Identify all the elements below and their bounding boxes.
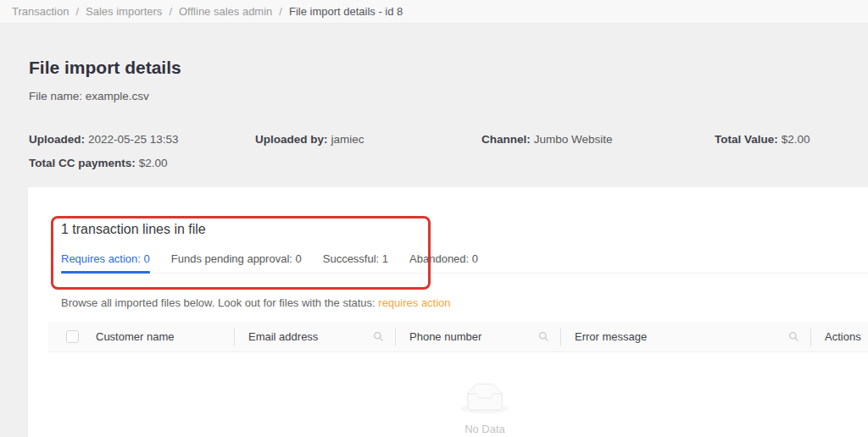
tab-successful[interactable]: Successful: 1: [323, 252, 388, 273]
meta-uploaded-by-label: Uploaded by:: [255, 133, 328, 146]
breadcrumb: Transaction / Sales importers / Offline …: [0, 0, 868, 24]
page-title: File import details: [29, 58, 868, 78]
status-tabs: Requires action: 0 Funds pending approva…: [61, 252, 868, 274]
imported-files-table: Customer name Email address Phone number: [48, 322, 868, 435]
meta-total-value-label: Total Value:: [715, 133, 778, 146]
page-header: File import details File name: example.c…: [0, 24, 868, 169]
no-data-text: No Data: [48, 423, 868, 435]
column-error-message: Error message: [561, 322, 811, 351]
meta-total-value: Total Value:$2.00: [715, 133, 868, 146]
meta-uploaded-label: Uploaded:: [29, 133, 85, 146]
meta-uploaded-by-value: jamiec: [331, 133, 364, 146]
breadcrumb-separator: /: [279, 5, 282, 18]
column-actions-label: Actions: [825, 330, 861, 343]
select-all-cell: [48, 322, 82, 351]
file-import-details-page: Transaction / Sales importers / Offline …: [0, 0, 868, 437]
transactions-card: 1 transaction lines in file Requires act…: [28, 187, 868, 437]
column-customer-name: Customer name: [82, 322, 235, 351]
column-actions: Actions: [811, 322, 868, 351]
browse-hint: Browse all imported files below. Look ou…: [61, 296, 868, 309]
column-email-address-label: Email address: [248, 330, 318, 343]
breadcrumb-item-current: File import details - id 8: [289, 5, 403, 18]
meta-channel-value: Jumbo Website: [534, 133, 613, 146]
file-name-text: File name: example.csv: [29, 90, 868, 102]
select-all-checkbox[interactable]: [66, 330, 79, 343]
breadcrumb-item-offline-sales-admin[interactable]: Offline sales admin: [179, 5, 272, 18]
column-email-address: Email address: [235, 322, 396, 351]
breadcrumb-separator: /: [75, 5, 79, 18]
breadcrumb-item-transaction[interactable]: Transaction: [12, 5, 69, 18]
column-error-message-label: Error message: [575, 330, 647, 343]
transaction-count-title: 1 transaction lines in file: [28, 187, 868, 237]
meta-total-cc-payments: Total CC payments:$2.00: [29, 157, 255, 169]
meta-total-cc-payments-value: $2.00: [139, 157, 168, 169]
error-search-icon[interactable]: [788, 331, 799, 342]
column-phone-number: Phone number: [396, 322, 561, 351]
browse-hint-text: Browse all imported files below. Look ou…: [61, 296, 376, 309]
meta-total-value-value: $2.00: [782, 133, 810, 146]
column-phone-number-label: Phone number: [409, 330, 481, 343]
file-meta: Uploaded:2022-05-25 13:53 Uploaded by:ja…: [29, 133, 868, 169]
tab-abandoned[interactable]: Abandoned: 0: [409, 252, 478, 273]
meta-uploaded-by: Uploaded by:jamiec: [255, 133, 481, 146]
meta-total-cc-payments-label: Total CC payments:: [29, 157, 136, 169]
meta-uploaded-value: 2022-05-25 13:53: [88, 133, 179, 146]
column-customer-name-label: Customer name: [96, 330, 174, 343]
tab-funds-pending-approval[interactable]: Funds pending approval: 0: [171, 252, 302, 273]
breadcrumb-separator: /: [169, 5, 172, 18]
requires-action-link[interactable]: requires action: [378, 296, 450, 309]
meta-uploaded: Uploaded:2022-05-25 13:53: [29, 133, 255, 146]
empty-state: No Data: [48, 383, 868, 435]
meta-channel-label: Channel:: [481, 133, 531, 146]
empty-inbox-icon: [461, 383, 509, 414]
breadcrumb-item-sales-importers[interactable]: Sales importers: [86, 5, 162, 18]
tab-requires-action[interactable]: Requires action: 0: [61, 252, 150, 273]
table-header-row: Customer name Email address Phone number: [48, 322, 868, 352]
meta-channel: Channel:Jumbo Website: [481, 133, 715, 146]
phone-search-icon[interactable]: [538, 331, 549, 342]
email-search-icon[interactable]: [373, 331, 384, 342]
